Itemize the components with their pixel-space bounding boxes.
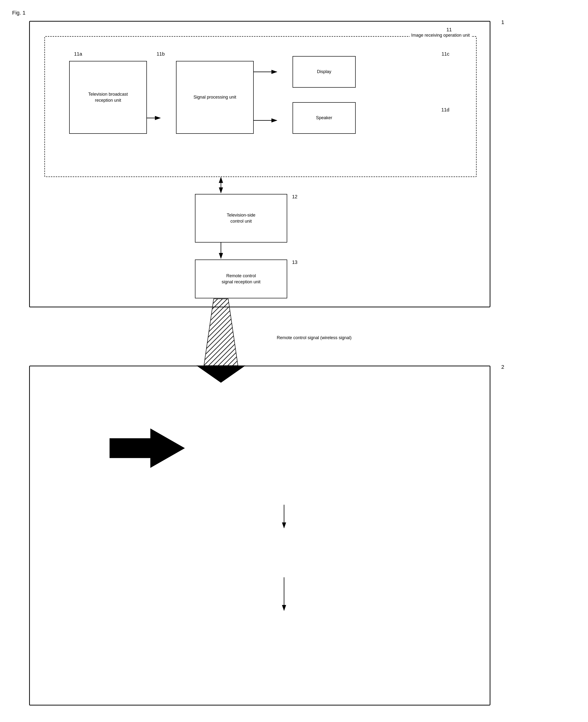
- tv-side-control-label: Television-side control unit: [227, 212, 255, 224]
- outer-box-1: 1 11 Image receiving operation unit 11a …: [29, 21, 490, 307]
- ref-13: 13: [292, 259, 297, 265]
- ref-12: 12: [292, 194, 297, 199]
- ref-2: 2: [501, 364, 504, 370]
- block-12: Television-side control unit: [195, 194, 287, 242]
- diagram-container: 1 11 Image receiving operation unit 11a …: [10, 21, 568, 720]
- remote-control-reception-label: Remote control signal reception unit: [222, 273, 260, 285]
- block-11c: Display: [293, 56, 356, 88]
- display-label: Display: [317, 69, 331, 75]
- svg-marker-11: [204, 299, 238, 366]
- page-content: Fig. 1: [10, 10, 578, 720]
- block-11d: Speaker: [293, 102, 356, 134]
- dashed-box-11: 11 Image receiving operation unit 11a 11…: [44, 36, 477, 177]
- block-11b: Signal processing unit: [176, 61, 254, 134]
- ref-11b: 11b: [156, 51, 165, 57]
- ref-11d: 11d: [441, 107, 449, 113]
- speaker-label: Speaker: [316, 115, 332, 121]
- image-receiving-label: Image receiving operation unit: [410, 33, 471, 38]
- ref-11a: 11a: [74, 51, 82, 57]
- ref-1: 1: [501, 19, 504, 25]
- ref-11: 11: [446, 27, 452, 33]
- block-11a: Television broadcast reception unit: [69, 61, 147, 134]
- block-13: Remote control signal reception unit: [195, 259, 287, 298]
- signal-processing-label: Signal processing unit: [193, 94, 236, 100]
- tv-broadcast-label: Television broadcast reception unit: [88, 91, 128, 103]
- outer-box-2: 2 Battery 24 Power supply Light source u…: [29, 366, 490, 705]
- signal-label: Remote control signal (wireless signal): [277, 335, 352, 340]
- ref-11c: 11c: [442, 51, 449, 57]
- fig-label: Fig. 1: [12, 10, 578, 16]
